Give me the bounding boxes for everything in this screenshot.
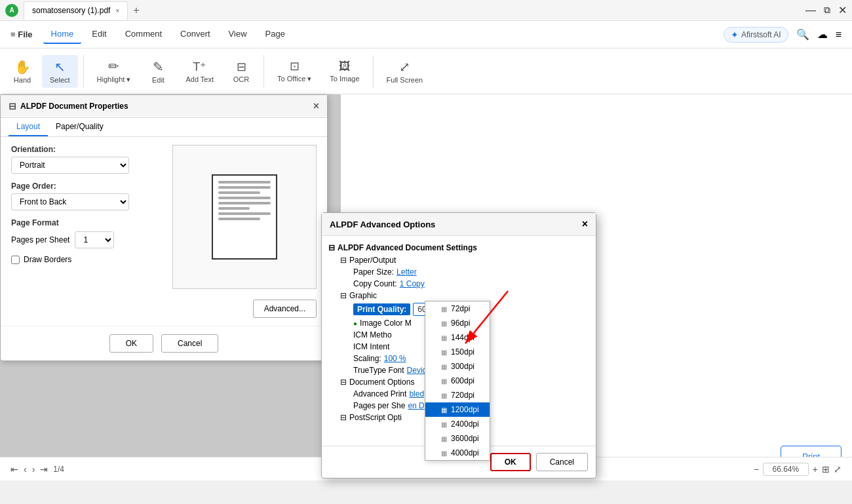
dpi-600[interactable]: ▦ 600dpi [425,374,490,388]
highlight-tool[interactable]: ✏ Highlight ▾ [89,54,139,88]
zoom-out-button[interactable]: − [754,464,759,475]
dpi-4000-icon: ▦ [441,450,447,457]
highlight-icon: ✏ [108,58,119,74]
zoom-area: − 66.64% + ⊞ ⤢ [754,463,842,476]
dialog-tabs: Layout Paper/Quality [1,118,327,137]
cloud-icon[interactable]: ☁ [817,28,828,41]
tree-advanced-print-value[interactable]: bled [409,389,424,398]
settings-icon[interactable]: ≡ [836,29,842,41]
add-text-tool[interactable]: T⁺ Add Text [178,56,222,87]
fit-page-button[interactable]: ⊞ [822,464,830,475]
tree-copy-count-value[interactable]: 1 Copy [400,279,425,288]
dpi-4000[interactable]: ▦ 4000dpi [425,446,490,460]
to-office-icon: ⊡ [290,59,300,73]
dpi-720[interactable]: ▦ 720dpi [425,388,490,402]
adv-cancel-button[interactable]: Cancel [536,453,588,471]
dpi-2400-label: 2400dpi [451,419,479,429]
dpi-96-icon: ▦ [441,320,447,327]
page-info: 1/4 [53,465,64,474]
draw-borders-checkbox[interactable] [11,256,20,264]
dpi-600-icon: ▦ [441,378,447,385]
orientation-select[interactable]: Portrait Landscape [11,157,129,174]
dpi-72[interactable]: ▦ 72dpi [425,301,490,316]
minimize-button[interactable]: — [805,5,816,16]
draw-borders-row: Draw Borders [11,255,162,264]
full-screen-status-button[interactable]: ⤢ [834,464,842,475]
menu-view[interactable]: View [221,25,255,44]
tab-paper-quality[interactable]: Paper/Quality [48,118,111,136]
tree-doc-expand: ⊟ [340,378,347,387]
to-office-tool[interactable]: ⊡ To Office ▾ [269,55,319,87]
tree-truetype-label: TrueType Font [353,366,404,375]
tree-advanced-print-label: Advanced Print [353,389,406,398]
file-menu[interactable]: ≡ File [10,29,33,39]
tree-paper-expand: ⊟ [340,256,347,265]
tab-layout[interactable]: Layout [9,118,48,136]
dpi-72-label: 72dpi [451,304,470,313]
hand-tool[interactable]: ✋ Hand [5,55,39,88]
dpi-72-icon: ▦ [441,305,447,313]
dpi-1200[interactable]: ▦ 1200dpi [425,402,490,417]
layout-area: Orientation: Portrait Landscape Page Ord… [11,145,317,289]
restore-button[interactable]: ⧉ [824,5,830,16]
dpi-600-label: 600dpi [451,376,474,385]
full-screen-label: Full Screen [387,76,423,84]
first-page-button[interactable]: ⇤ [10,464,18,475]
dpi-144[interactable]: ▦ 144dpi [425,330,490,345]
active-tab[interactable]: somatosensory (1).pdf × [24,1,128,20]
title-bar: A somatosensory (1).pdf × + — ⧉ ✕ [0,0,852,21]
close-button[interactable]: ✕ [838,4,847,16]
cancel-button[interactable]: Cancel [161,334,218,353]
dpi-300-label: 300dpi [451,362,474,371]
dpi-3600[interactable]: ▦ 3600dpi [425,431,490,446]
to-office-label: To Office ▾ [277,75,311,83]
last-page-button[interactable]: ⇥ [40,464,48,475]
preview-line-8 [218,218,260,220]
to-image-tool[interactable]: 🖼 To Image [322,56,367,87]
menu-edit[interactable]: Edit [84,25,114,44]
ocr-tool[interactable]: ⊟ OCR [224,56,258,87]
hand-label: Hand [14,76,31,84]
dpi-150[interactable]: ▦ 150dpi [425,345,490,359]
preview-line-4 [218,197,271,199]
menu-items: Home Edit Comment Convert View Page [43,25,724,44]
advanced-button[interactable]: Advanced... [253,300,317,318]
full-screen-tool[interactable]: ⤢ Full Screen [379,55,431,88]
adv-close-button[interactable]: × [582,218,588,230]
next-page-button[interactable]: › [32,464,35,475]
menu-convert[interactable]: Convert [172,25,218,44]
edit-tool[interactable]: ✎ Edit [141,55,175,88]
prev-page-button[interactable]: ‹ [24,464,27,475]
tree-scaling-value[interactable]: 100 % [384,354,406,363]
menu-bar: ≡ File Home Edit Comment Convert View Pa… [0,21,852,48]
preview-area [172,145,317,289]
tree-scaling-label: Scaling: [353,354,381,363]
dpi-96[interactable]: ▦ 96dpi [425,316,490,330]
new-tab-button[interactable]: + [128,2,144,19]
preview-line-1 [218,181,271,184]
ok-button[interactable]: OK [109,334,153,353]
pages-per-sheet-select[interactable]: 1246 [75,231,114,248]
adv-title: ALPDF Advanced Options [330,220,435,229]
highlight-label: Highlight ▾ [97,75,131,84]
menu-page[interactable]: Page [258,25,293,44]
page-order-select[interactable]: Front to Back Back to Front [11,193,129,210]
dpi-144-icon: ▦ [441,334,447,341]
adv-ok-button[interactable]: OK [490,453,531,471]
tree-copy-count: Copy Count: 1 Copy [327,278,591,290]
separator1 [83,55,84,88]
edit-icon: ✎ [153,59,164,75]
doc-props-close[interactable]: × [313,100,319,112]
select-tool[interactable]: ↖ Select [42,55,78,88]
dpi-300[interactable]: ▦ 300dpi [425,359,490,374]
menu-comment[interactable]: Comment [117,25,170,44]
zoom-value[interactable]: 66.64% [763,463,809,476]
ai-button[interactable]: ✦ Afirstsoft AI [724,27,788,43]
dpi-2400[interactable]: ▦ 2400dpi [425,417,490,431]
zoom-in-button[interactable]: + [813,464,818,475]
tab-close-icon[interactable]: × [115,7,119,14]
search-icon[interactable]: 🔍 [796,28,809,41]
menu-home[interactable]: Home [43,25,82,44]
preview-line-3 [218,191,260,194]
tree-paper-size-value[interactable]: Letter [397,267,417,277]
